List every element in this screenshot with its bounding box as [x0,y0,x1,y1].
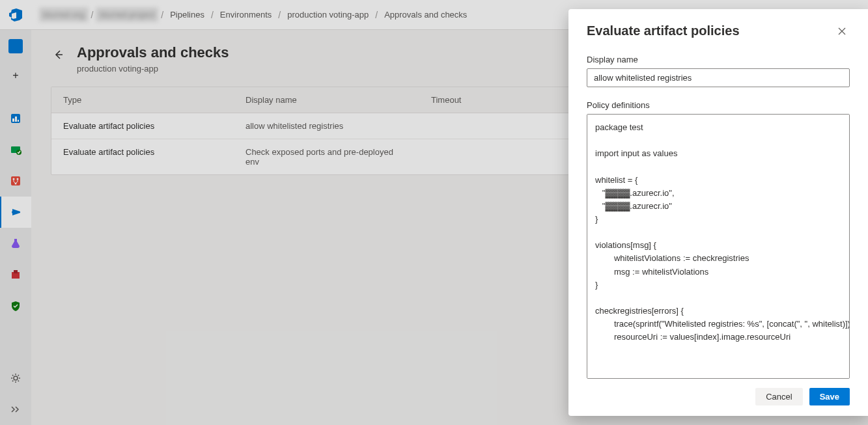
save-button[interactable]: Save [809,388,850,405]
display-name-input[interactable] [587,68,850,87]
edit-policy-panel: Evaluate artifact policies Display name … [568,9,868,416]
panel-close-button[interactable] [834,23,850,39]
display-name-label: Display name [587,55,850,64]
policy-definitions-textarea[interactable] [587,114,850,379]
close-icon [837,26,847,36]
panel-title: Evaluate artifact policies [587,23,740,38]
cancel-button[interactable]: Cancel [755,388,802,405]
policy-definitions-label: Policy definitions [587,100,850,110]
